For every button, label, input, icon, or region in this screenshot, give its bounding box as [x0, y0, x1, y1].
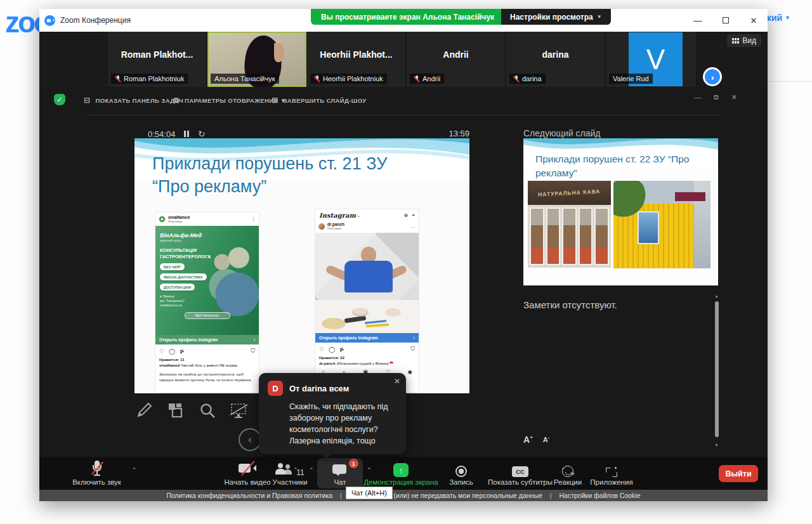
- view-button[interactable]: Вид: [727, 34, 761, 47]
- participant-tile-speaker[interactable]: Альона Танасійчук: [207, 32, 306, 87]
- view-settings-dropdown[interactable]: Настройки просмотра▼: [501, 9, 611, 25]
- unmute-button[interactable]: Включить звук: [57, 457, 136, 490]
- next-participants-button[interactable]: ›: [703, 67, 722, 86]
- security-shield-icon[interactable]: ✓: [54, 94, 65, 105]
- instagram-post-drpanch: Instagram ⌄ ⊕ ◓ dr.panch Реклама: [315, 209, 419, 392]
- see-all-slides-button[interactable]: [166, 401, 185, 420]
- maximize-icon: [723, 17, 729, 23]
- minimize-button[interactable]: —: [694, 93, 701, 102]
- ad-headline: КОНСУЛЬТАЦІЯ ГАСТРОЕНТЕРОЛОГА: [155, 242, 213, 260]
- plate: [322, 318, 346, 329]
- increase-font-button[interactable]: A+: [523, 435, 533, 445]
- participant-label: Valerie Rud: [609, 74, 653, 84]
- participant-label: darina: [509, 74, 546, 84]
- post-username: dr.panch: [327, 222, 344, 226]
- restore-button[interactable]: ⧉: [714, 93, 719, 102]
- cookie-footer: Политика конфиденциальности и Правовая п…: [39, 490, 768, 501]
- end-slideshow-button[interactable]: ⊠ ЗАВЕРШИТЬ СЛАЙД-ШОУ: [272, 96, 367, 105]
- record-button[interactable]: Запись: [442, 457, 480, 490]
- maximize-button[interactable]: [712, 9, 740, 32]
- ad-pill: ДОСТУПНІ ЦІНИ: [160, 284, 195, 291]
- share-screen-button[interactable]: ↑ Демонстрация экрана: [357, 457, 445, 490]
- captions-button[interactable]: CC Показать субтитры: [482, 457, 558, 490]
- participants-options-chevron[interactable]: ⌃: [309, 467, 314, 473]
- audio-options-chevron[interactable]: ⌃: [132, 467, 137, 473]
- ad-image: ВінАльфа-Мед медичний центр КОНСУЛЬТАЦІЯ…: [155, 226, 259, 335]
- participant-tile[interactable]: Roman Plakhot... Roman Plakhotniuk: [108, 32, 207, 87]
- speaker-notes: Заметки отсутствуют.: [523, 299, 617, 310]
- previous-slide-button[interactable]: ‹: [239, 428, 261, 451]
- close-icon[interactable]: ✕: [394, 377, 400, 386]
- scroll-up-icon[interactable]: ▲: [714, 294, 719, 298]
- participant-label: Heorhii Plakhotniuk: [310, 74, 387, 84]
- language-selector[interactable]: кий ▼: [767, 13, 790, 23]
- chat-tooltip: Чат (Alt+H): [346, 487, 393, 499]
- minimize-button[interactable]: —: [684, 9, 712, 32]
- participants-button[interactable]: 11 Участники: [259, 457, 320, 490]
- share-icon: ⋫: [339, 346, 344, 353]
- pen-tool-button[interactable]: [134, 401, 154, 420]
- clinic-avatar: [159, 216, 166, 223]
- brand-name: ВінАльфа-Мед: [155, 226, 259, 239]
- restart-timer-button[interactable]: ↻: [198, 129, 206, 139]
- cookie-settings-link[interactable]: Настройки файлов Cookie: [560, 492, 641, 499]
- decrease-font-button[interactable]: A-: [543, 435, 550, 445]
- new-post-icon: ⊕: [403, 213, 408, 218]
- next-slide-preview: Приклади порушен ст. 22 ЗУ “Про рекламу”…: [523, 138, 718, 285]
- participant-tile[interactable]: Andrii Andrii: [407, 32, 506, 87]
- apps-button[interactable]: Приложения: [586, 457, 637, 490]
- participant-name: Roman Plakhot...: [108, 49, 206, 60]
- toolbar-divider: [88, 115, 721, 115]
- leave-button[interactable]: Выйти: [719, 465, 758, 482]
- scrollbar-thumb[interactable]: [715, 301, 719, 437]
- black-screen-button[interactable]: [230, 401, 249, 420]
- record-icon: [455, 466, 467, 477]
- likes-count: Нравится: 32: [315, 354, 419, 360]
- post-text: Запишись на прийом до гастроентеролога, …: [155, 369, 259, 383]
- muted-mic-icon: [314, 75, 320, 82]
- scroll-down-icon[interactable]: ▼: [714, 443, 719, 447]
- post-actions: ♡ ◯ ⋫ ⛉: [315, 343, 419, 354]
- arrow-right-icon: ›: [414, 336, 415, 340]
- separator: |: [340, 492, 342, 499]
- show-taskbar-button[interactable]: ⊟ ПОКАЗАТЬ ПАНЕЛЬ ЗАДАЧ: [84, 96, 183, 105]
- participant-label: Andrii: [410, 74, 444, 84]
- muted-mic-icon: [91, 461, 103, 477]
- presenter-tools: [134, 401, 249, 420]
- close-button[interactable]: ✕: [740, 9, 768, 32]
- display-icon: ⧉: [174, 96, 180, 105]
- current-time: 13:59: [439, 129, 469, 138]
- close-button[interactable]: ✕: [731, 93, 737, 102]
- chat-message-popup[interactable]: ✕ D От darina всем Скажіть, чи підпадают…: [259, 373, 406, 454]
- notes-scrollbar[interactable]: ▲ ▼: [714, 295, 720, 446]
- post-caption: dr.panch Збільшення грудей у Вінниці: [315, 360, 419, 367]
- viewing-screen-banner: Вы просматриваете экран Альона Танасійчу…: [311, 9, 504, 25]
- muted-mic-icon: [414, 75, 420, 82]
- bookmark-icon: ⛉: [251, 348, 255, 355]
- privacy-policy-link[interactable]: Политика конфиденциальности и Правовая п…: [166, 492, 332, 499]
- likes-count: Нравится: 11: [155, 356, 259, 362]
- ad-pill: ЯКІСНА ДІАГНОСТИКА: [160, 273, 207, 280]
- share-icon: ⋫: [180, 348, 185, 355]
- table: [315, 300, 419, 333]
- comment-icon: ◯: [169, 348, 175, 355]
- participant-label: Roman Plakhotniuk: [111, 74, 188, 84]
- slides-grid-icon: [167, 402, 184, 419]
- bookmark-icon: ⛉: [410, 346, 415, 353]
- zoom-slide-button[interactable]: [198, 401, 217, 420]
- display-options-button[interactable]: ⧉ ПАРАМЕТРЫ ОТОБРАЖЕНИЯ ▼: [174, 96, 287, 105]
- participant-tile[interactable]: V Valerie Rud: [606, 32, 697, 87]
- chat-popup-header: D От darina всем: [259, 373, 406, 398]
- participant-name: Andrii: [407, 49, 505, 60]
- reactions-button[interactable]: + Реакции: [548, 457, 587, 490]
- pause-timer-button[interactable]: [184, 131, 189, 137]
- participant-tile[interactable]: Heorhii Plakhot... Heorhii Plakhotniuk: [307, 32, 406, 87]
- participant-tile[interactable]: darina darina: [506, 32, 605, 87]
- title-bar: Zoom Конференция Вы просматриваете экран…: [39, 9, 768, 32]
- instagram-post-vinalfamed: vinalfamed Реклама ⋮ ВінАльфа-Мед медичн…: [155, 213, 259, 392]
- slide-title: Приклади порушень ст. 21 ЗУ “Про рекламу…: [152, 152, 450, 199]
- elapsed-timer: 0:54:04: [148, 129, 175, 139]
- implant: [352, 308, 369, 317]
- end-slideshow-icon: ⊠: [272, 96, 278, 105]
- instagram-top-bar: Instagram ⌄ ⊕ ◓: [315, 209, 419, 219]
